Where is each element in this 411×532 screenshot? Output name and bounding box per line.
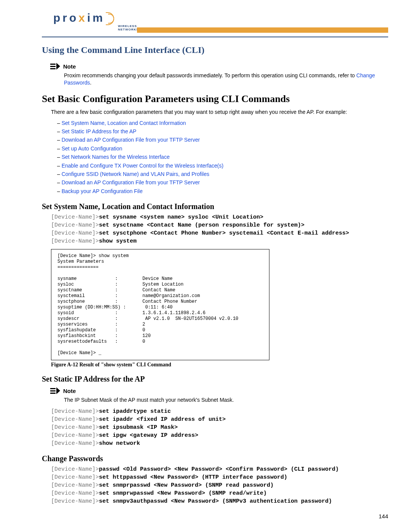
note-icon [50, 387, 60, 394]
header-rule [42, 37, 388, 37]
page-header: proxim WIRELESS NETWORKS [42, 11, 388, 33]
logo-tagline: WIRELESS NETWORKS [118, 24, 139, 31]
main-heading: Set Basic Configuration Parameters using… [42, 93, 388, 105]
topic-link-list: Set System Name, Location and Contact In… [57, 119, 388, 196]
list-link[interactable]: Download an AP Configuration File from y… [62, 179, 200, 185]
list-link[interactable]: Backup your AP Configuration File [62, 188, 143, 194]
figure-caption: Figure A-12 Result of "show system" CLI … [51, 362, 388, 368]
intro-paragraph: There are a few basic configuration para… [51, 109, 388, 116]
list-link[interactable]: Enable and Configure TX Power Control fo… [62, 163, 223, 169]
terminal-output: [Device Name]> show system System Parame… [51, 249, 269, 360]
list-link[interactable]: Download an AP Configuration File from y… [62, 137, 200, 143]
subhead-static-ip: Set Static IP Address for the AP [42, 375, 388, 383]
note-label: Note [63, 63, 76, 70]
cmd-block-passwords: [Device-Name]>passwd <Old Password> <New… [51, 465, 388, 505]
proxim-logo: proxim WIRELESS NETWORKS [53, 11, 114, 25]
header-accent-bar [137, 27, 388, 33]
list-link[interactable]: Set Static IP Address for the AP [62, 128, 137, 134]
subhead-change-passwords: Change Passwords [42, 454, 388, 463]
note-block-1: Note Proxim recommends changing your def… [50, 63, 388, 86]
note-icon [50, 63, 60, 70]
list-link[interactable]: Set System Name, Location and Contact In… [62, 120, 186, 126]
cmd-block-sysname: [Device-Name]>set sysname <system name> … [51, 213, 388, 245]
list-link[interactable]: Set up Auto Configuration [62, 145, 123, 152]
list-link[interactable]: Set Network Names for the Wireless Inter… [62, 154, 170, 160]
cmd-block-static-ip: [Device-Name]>set ipaddrtype static [Dev… [51, 407, 388, 447]
note-body-text: Proxim recommends changing your default … [64, 72, 356, 78]
list-link[interactable]: Configure SSID (Network Name) and VLAN P… [62, 171, 209, 177]
note-block-2: Note The IP Subnet Mask of the AP must m… [50, 387, 388, 404]
section-title: Using the Command Line Interface (CLI) [42, 45, 388, 55]
note-body-text: The IP Subnet Mask of the AP must match … [64, 396, 388, 404]
note-label: Note [63, 388, 76, 394]
subhead-sysname: Set System Name, Location and Contact In… [42, 202, 388, 211]
page-number: 144 [42, 513, 388, 519]
